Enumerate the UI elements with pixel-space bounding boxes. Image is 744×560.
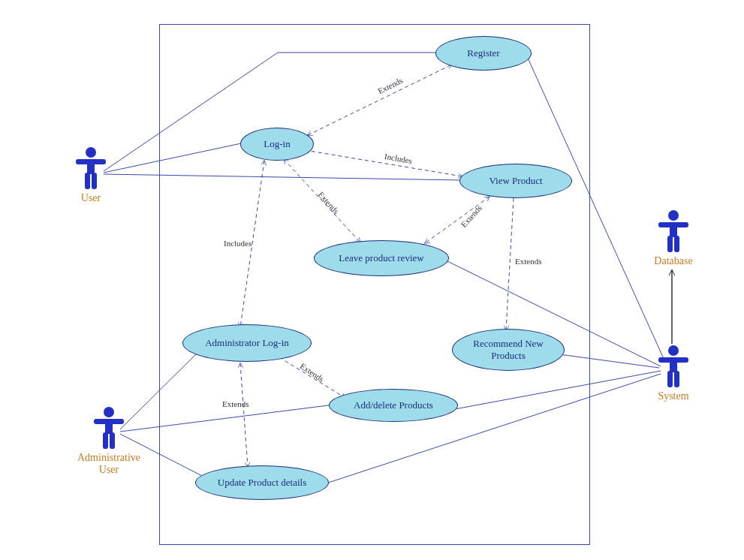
actor-user-label: User (65, 192, 117, 204)
actor-system[interactable]: System (647, 344, 700, 402)
usecase-viewproduct[interactable]: View Product (459, 164, 572, 198)
actor-user[interactable]: User (65, 146, 117, 204)
svg-rect-8 (103, 432, 108, 449)
diagram-canvas: User Administrative User System (0, 0, 744, 560)
usecase-register[interactable]: Register (435, 36, 532, 71)
actor-system-label: System (647, 390, 700, 402)
svg-rect-19 (674, 236, 679, 252)
usecase-adminlogin-label: Administrator Log-in (205, 337, 289, 349)
svg-rect-2 (87, 159, 95, 174)
svg-rect-18 (667, 236, 673, 252)
usecase-register-label: Register (467, 47, 499, 59)
svg-point-10 (668, 345, 679, 356)
svg-rect-3 (85, 173, 90, 189)
usecase-updatedetails-label: Update Product details (218, 477, 306, 489)
svg-point-0 (86, 147, 96, 158)
svg-rect-17 (670, 222, 677, 237)
actor-admin[interactable]: Administrative User (68, 405, 150, 476)
usecase-viewproduct-label: View Product (489, 175, 542, 187)
edge-system-adddelete (455, 371, 661, 409)
usecase-login[interactable]: Log-in (240, 128, 314, 161)
svg-rect-4 (92, 173, 97, 189)
person-icon (74, 146, 107, 191)
usecase-adddelete-label: Add/delete Products (354, 399, 433, 411)
edge-admin-adddelete (120, 405, 334, 432)
usecase-adddelete[interactable]: Add/delete Products (329, 389, 458, 422)
edge-register-system (527, 56, 664, 360)
actor-database-label: Database (647, 255, 700, 267)
usecase-recommend[interactable]: Recommend New Products (452, 329, 565, 371)
actor-admin-label: Administrative User (68, 452, 150, 476)
rel-viewproduct-recommend: Extends (515, 257, 541, 266)
usecase-recommend-label: Recommend New Products (459, 338, 558, 362)
usecase-leavereview[interactable]: Leave product review (314, 240, 449, 276)
edge-recommend-system (559, 354, 659, 368)
svg-rect-7 (105, 419, 113, 434)
usecase-adminlogin[interactable]: Administrator Log-in (182, 324, 312, 362)
person-icon (657, 209, 690, 254)
rel-login-adminlogin: Includes (224, 239, 252, 248)
svg-point-5 (104, 407, 114, 417)
edge-login-register-extends (308, 65, 452, 135)
svg-point-15 (668, 210, 679, 221)
usecase-login-label: Log-in (264, 138, 290, 150)
edge-adminlogin-updatedetails-extends (240, 363, 248, 467)
svg-rect-9 (110, 432, 115, 449)
actor-database[interactable]: Database (647, 209, 700, 267)
svg-rect-14 (674, 371, 679, 387)
edge-viewproduct-recommend-extends (506, 198, 514, 330)
rel-adminlogin-adddelete2: Extends (222, 399, 249, 408)
edges-layer (0, 0, 744, 560)
usecase-leavereview-label: Leave product review (339, 252, 423, 264)
person-icon (657, 344, 690, 389)
svg-rect-12 (670, 357, 677, 372)
edge-login-viewproduct-includes (305, 150, 462, 176)
edge-viewproduct-leavereview-extends (425, 197, 489, 243)
edge-user-viewproduct (104, 174, 462, 180)
svg-rect-13 (667, 371, 673, 387)
usecase-updatedetails[interactable]: Update Product details (195, 465, 329, 500)
person-icon (92, 405, 125, 450)
edge-user-login (104, 143, 245, 173)
